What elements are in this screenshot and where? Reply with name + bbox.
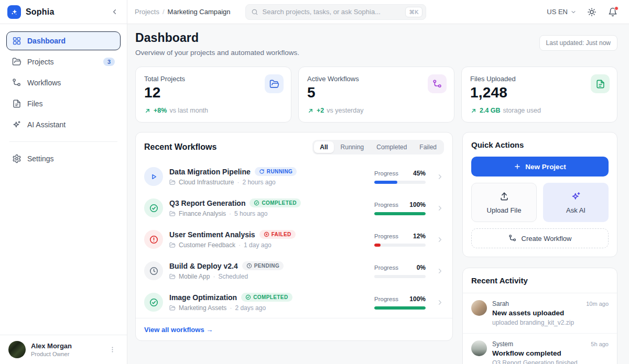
progress-label: Progress [374,264,398,271]
sidebar-item-files[interactable]: Files [6,94,121,113]
theme-toggle-button[interactable] [586,6,598,18]
locale-selector[interactable]: US EN [547,8,577,16]
stat-card-active-workflows: Active Workflows 5 +2 vs yesterday [298,67,454,123]
stats-row: Total Projects 12 +8% vs last month Acti… [135,67,617,123]
status-label: FAILED [272,231,291,237]
status-label: PENDING [254,263,279,269]
breadcrumb-parent[interactable]: Projects [135,8,159,16]
workflow-icon [12,78,21,87]
workflow-row[interactable]: Image Optimization COMPLETED Marketing A… [144,286,444,318]
grid-icon [12,36,21,46]
new-project-button[interactable]: New Project [471,157,609,177]
folder-icon [169,211,176,217]
progress-bar [374,181,426,184]
workflow-row[interactable]: Build & Deploy v2.4 PENDING Mobile App [144,255,444,286]
workflow-progress: Progress 0% [374,264,426,278]
plus-icon [514,163,521,170]
workflow-title: Build & Deploy v2.4 [169,262,238,270]
chevron-right-icon[interactable] [436,236,444,244]
notifications-button[interactable] [607,6,619,18]
sidebar-item-dashboard[interactable]: Dashboard [6,31,121,50]
trend-note: vs yesterday [327,107,363,114]
check-circle-icon [144,198,163,217]
chevron-right-icon[interactable] [436,204,444,212]
separator-dot [213,273,215,280]
tab-running[interactable]: Running [335,141,370,153]
sidebar-collapse-button[interactable] [109,6,121,18]
page-title: Dashboard [135,31,299,45]
workflow-icon [508,234,517,242]
last-updated-chip: Last updated: Just now [539,35,617,51]
recent-workflows-panel: Recent Workflows All Running Completed F… [135,132,453,341]
sparkles-icon [12,120,21,129]
tab-all[interactable]: All [314,141,333,153]
tab-failed[interactable]: Failed [414,141,442,153]
separator-dot [237,179,239,186]
avatar [8,341,26,358]
clock-icon [246,263,252,269]
global-search[interactable]: ⌘K [245,4,426,20]
breadcrumb-separator: / [162,8,165,16]
user-name: Alex Morgan [31,342,72,350]
sidebar-item-settings[interactable]: Settings [6,149,121,168]
progress-fill [374,244,381,247]
trend-value: +2 [317,107,324,114]
activity-item[interactable]: System 5h ago Workflow completed Q3 Repo… [463,334,617,364]
header-controls: US EN [547,6,619,18]
recent-activity-panel: Recent Activity Sarah 10m ago New assets… [462,268,617,364]
kebab-icon [109,346,116,354]
progress-label: Progress [374,296,398,302]
workflow-progress: Progress 100% [374,295,426,310]
progress-percent: 45% [413,170,426,177]
stat-value: 5 [307,84,446,101]
workflow-progress: Progress 100% [374,201,426,215]
workflow-row[interactable]: Data Migration Pipeline RUNNING Cloud In… [144,161,444,192]
quick-actions-title: Quick Actions [471,140,609,149]
workflow-filter-tabs: All Running Completed Failed [312,140,444,155]
sidebar-item-projects[interactable]: Projects 3 [6,52,121,71]
ask-ai-button[interactable]: Ask AI [543,183,609,222]
workflow-project: Customer Feedback [179,241,235,249]
chevron-down-icon [570,9,577,15]
workflow-project: Marketing Assets [179,304,226,312]
trend-up-icon [144,107,151,114]
workflow-row[interactable]: Q3 Report Generation COMPLETED Finance A… [144,192,444,224]
quick-actions-panel: Quick Actions New Project Upload File [462,132,617,257]
chevron-right-icon[interactable] [436,267,444,275]
view-all-workflows-link[interactable]: View all workflows → [144,326,213,334]
recent-activity-title: Recent Activity [471,276,609,285]
progress-percent: 0% [417,264,426,271]
workflow-icon [428,74,447,93]
workflow-project: Finance Analysis [179,210,226,217]
progress-bar [374,306,426,310]
workflow-progress: Progress 45% [374,170,426,184]
chevron-right-icon[interactable] [436,173,444,181]
search-input[interactable] [263,8,402,16]
upload-file-button[interactable]: Upload File [471,183,537,222]
page-subtitle: Overview of your projects and automated … [135,49,299,57]
workflow-time: 2 hours ago [242,179,275,186]
progress-label: Progress [374,233,398,239]
progress-percent: 100% [409,295,426,303]
stat-label: Active Workflows [307,75,446,83]
workflow-row[interactable]: User Sentiment Analysis FAILED Customer … [144,224,444,255]
create-workflow-button[interactable]: Create Workflow [471,228,609,248]
chevron-right-icon[interactable] [436,299,444,306]
upload-file-label: Upload File [487,206,522,214]
activity-item[interactable]: Sarah 10m ago New assets uploaded upload… [463,293,617,334]
trend-up-icon [470,107,477,114]
user-menu-button[interactable] [106,344,118,356]
sidebar-item-ai-assistant[interactable]: AI Assistant [6,115,121,134]
clock-icon [144,261,163,280]
stat-trend: 2.4 GB storage used [470,107,609,114]
sidebar-item-label: Projects [27,58,54,66]
top-bar: Sophia Projects / Marketing Campaign ⌘K … [0,0,629,24]
progress-fill [374,212,426,215]
sidebar-item-workflows[interactable]: Workflows [6,73,121,92]
activity-action: Workflow completed [492,349,609,357]
workflow-time: 5 hours ago [234,210,267,217]
stat-label: Total Projects [144,75,283,83]
tab-completed[interactable]: Completed [371,141,413,153]
file-icon [591,74,610,93]
sidebar-header: Sophia [0,0,127,24]
